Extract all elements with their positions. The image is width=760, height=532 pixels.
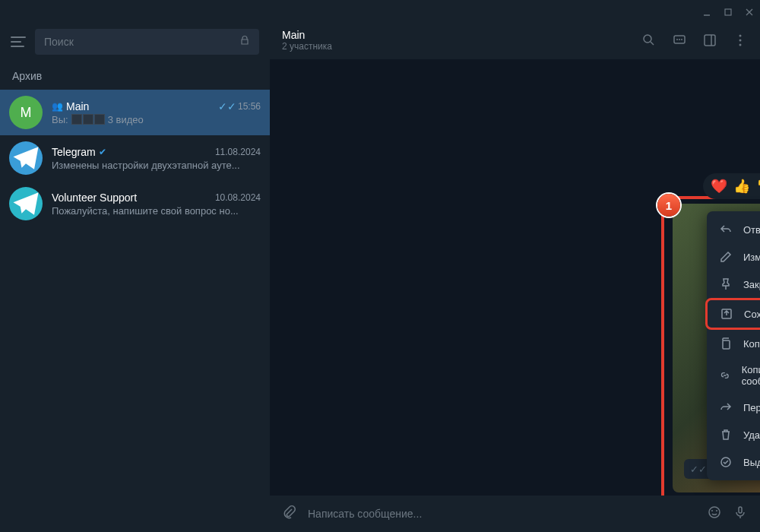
attach-icon[interactable] — [282, 505, 297, 523]
tutorial-badge-1: 1 — [657, 194, 680, 217]
svg-rect-21 — [739, 507, 742, 513]
menu-item-label: Выделить — [743, 457, 760, 468]
menu-item-reply[interactable]: Ответить — [707, 216, 760, 243]
svg-point-13 — [739, 40, 742, 42]
svg-point-12 — [739, 35, 742, 37]
sidebar-toggle-icon[interactable] — [702, 31, 717, 49]
menu-item-delete[interactable]: Удалить — [707, 421, 760, 448]
svg-rect-16 — [723, 340, 730, 349]
menu-item-forward[interactable]: Переслать — [707, 394, 760, 421]
chat-name-label: Volunteer Support — [52, 192, 137, 204]
search-icon[interactable] — [641, 31, 657, 49]
preview-thumbnails — [71, 114, 105, 125]
more-icon[interactable] — [733, 31, 748, 49]
context-menu: Ответить Изменить Закрепить Сохранить ка… — [707, 211, 760, 480]
pin-icon — [719, 277, 733, 291]
verified-icon: ✔ — [99, 147, 106, 157]
menu-item-copylink[interactable]: Копировать ссылку на сообщение — [707, 357, 760, 394]
chat-preview: Пожалуйста, напишите свой вопрос но... — [52, 205, 261, 217]
menu-item-edit[interactable]: Изменить — [707, 243, 760, 271]
preview-prefix: Вы: — [52, 114, 68, 125]
menu-item-pin[interactable]: Закрепить — [707, 271, 760, 298]
copy-icon — [719, 337, 733, 350]
reply-icon — [719, 223, 733, 236]
chat-item-telegram[interactable]: Telegram✔ 11.08.2024 Изменены настройки … — [0, 135, 270, 181]
chat-area: Main 2 участника ❤️ 👍 👎 🔥 🥰 — [270, 21, 760, 532]
read-checks-icon: ✓✓ — [690, 464, 707, 475]
emoji-icon[interactable] — [707, 505, 722, 523]
mic-icon[interactable] — [733, 505, 748, 523]
svg-point-19 — [711, 510, 713, 511]
avatar — [9, 187, 43, 220]
archive-label: Архив — [0, 62, 270, 90]
select-icon — [719, 455, 733, 469]
chat-time-label: 11.08.2024 — [215, 147, 261, 157]
svg-rect-1 — [725, 9, 731, 15]
menu-item-label: Копировать ссылку на сообщение — [742, 364, 760, 387]
lock-icon — [239, 35, 250, 49]
chat-item-main[interactable]: M 👥Main ✓✓15:56 Вы: 3 видео — [0, 90, 270, 135]
menu-item-select[interactable]: Выделить — [707, 448, 760, 476]
page-title: Main — [282, 29, 332, 41]
svg-line-5 — [651, 42, 654, 45]
comment-icon[interactable] — [672, 31, 687, 49]
menu-item-label: Переслать — [743, 402, 760, 413]
read-checks-icon: ✓✓ — [218, 100, 236, 112]
group-icon: 👥 — [52, 101, 63, 112]
window-titlebar — [0, 0, 760, 21]
svg-point-14 — [739, 44, 742, 46]
menu-item-saveas[interactable]: Сохранить как... — [705, 298, 760, 330]
menu-item-copyimage[interactable]: Копировать изображение — [707, 330, 760, 357]
reaction-thumbsup[interactable]: 👍 — [733, 178, 750, 195]
maximize-button[interactable] — [724, 6, 733, 15]
delete-icon — [719, 428, 733, 442]
chat-preview: Изменены настройки двухэтапной ауте... — [52, 160, 261, 171]
chat-item-volunteer[interactable]: Volunteer Support 10.08.2024 Пожалуйста,… — [0, 181, 270, 226]
menu-item-label: Изменить — [743, 252, 760, 263]
compose-input[interactable] — [308, 508, 696, 520]
forward-icon — [719, 401, 733, 414]
edit-icon — [719, 250, 733, 264]
menu-item-label: Сохранить как... — [744, 309, 760, 320]
minimize-button[interactable] — [702, 6, 711, 15]
sidebar: Архив M 👥Main ✓✓15:56 Вы: 3 видео — [0, 21, 270, 532]
chat-subtitle: 2 участника — [282, 41, 332, 52]
menu-item-label: Закрепить — [743, 279, 760, 290]
svg-point-18 — [709, 507, 720, 518]
compose-bar — [270, 496, 760, 532]
search-box[interactable] — [35, 29, 259, 55]
avatar: M — [9, 96, 43, 129]
reaction-heart[interactable]: ❤️ — [711, 178, 727, 195]
search-input[interactable] — [44, 36, 233, 48]
preview-suffix: 3 видео — [108, 114, 144, 125]
svg-point-4 — [644, 35, 651, 43]
chat-time-label: 15:56 — [238, 101, 261, 112]
menu-item-label: Копировать изображение — [743, 338, 760, 350]
reactions-bar: ❤️ 👍 👎 🔥 🥰 👏 😁 🤔 🤯 — [703, 173, 760, 199]
chat-name-label: Main — [66, 100, 89, 112]
menu-item-label: Ответить — [743, 224, 760, 236]
svg-rect-10 — [705, 35, 715, 46]
close-button[interactable] — [745, 6, 754, 15]
chat-name-label: Telegram — [52, 146, 96, 158]
saveas-icon — [720, 307, 733, 321]
menu-item-label: Удалить — [743, 429, 760, 441]
link-icon — [719, 369, 731, 382]
chat-time-label: 10.08.2024 — [215, 192, 261, 203]
reaction-thumbsdown[interactable]: 👎 — [756, 178, 760, 195]
avatar — [9, 141, 43, 175]
svg-point-20 — [716, 510, 717, 511]
menu-icon[interactable] — [11, 36, 26, 47]
